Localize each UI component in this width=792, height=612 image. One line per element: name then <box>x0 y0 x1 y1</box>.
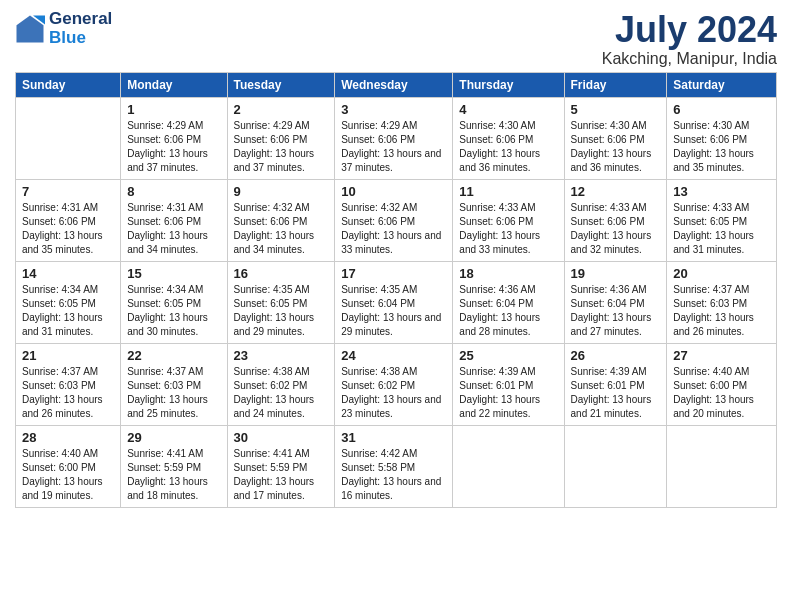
day-number: 20 <box>673 266 770 281</box>
sunrise-text: Sunrise: 4:34 AM <box>127 283 220 297</box>
daylight-text: Daylight: 13 hours and 35 minutes. <box>673 147 770 175</box>
sunset-text: Sunset: 6:05 PM <box>127 297 220 311</box>
header: General Blue July 2024 Kakching, Manipur… <box>15 10 777 68</box>
cell-content: Sunrise: 4:30 AM Sunset: 6:06 PM Dayligh… <box>673 119 770 175</box>
col-tuesday: Tuesday <box>227 72 335 97</box>
daylight-text: Daylight: 13 hours and 23 minutes. <box>341 393 446 421</box>
table-row: 10 Sunrise: 4:32 AM Sunset: 6:06 PM Dayl… <box>335 179 453 261</box>
sunset-text: Sunset: 6:02 PM <box>341 379 446 393</box>
sunset-text: Sunset: 6:03 PM <box>22 379 114 393</box>
day-number: 6 <box>673 102 770 117</box>
daylight-text: Daylight: 13 hours and 18 minutes. <box>127 475 220 503</box>
sunset-text: Sunset: 6:01 PM <box>459 379 557 393</box>
table-row: 21 Sunrise: 4:37 AM Sunset: 6:03 PM Dayl… <box>16 343 121 425</box>
table-row: 9 Sunrise: 4:32 AM Sunset: 6:06 PM Dayli… <box>227 179 335 261</box>
daylight-text: Daylight: 13 hours and 26 minutes. <box>22 393 114 421</box>
cell-content: Sunrise: 4:31 AM Sunset: 6:06 PM Dayligh… <box>22 201 114 257</box>
calendar-week-row-0: 1 Sunrise: 4:29 AM Sunset: 6:06 PM Dayli… <box>16 97 777 179</box>
sunset-text: Sunset: 6:06 PM <box>571 133 661 147</box>
table-row: 12 Sunrise: 4:33 AM Sunset: 6:06 PM Dayl… <box>564 179 667 261</box>
cell-content: Sunrise: 4:38 AM Sunset: 6:02 PM Dayligh… <box>234 365 329 421</box>
calendar-header-row: Sunday Monday Tuesday Wednesday Thursday… <box>16 72 777 97</box>
cell-content: Sunrise: 4:41 AM Sunset: 5:59 PM Dayligh… <box>127 447 220 503</box>
day-number: 12 <box>571 184 661 199</box>
calendar-week-row-4: 28 Sunrise: 4:40 AM Sunset: 6:00 PM Dayl… <box>16 425 777 507</box>
cell-content: Sunrise: 4:29 AM Sunset: 6:06 PM Dayligh… <box>341 119 446 175</box>
sunrise-text: Sunrise: 4:33 AM <box>571 201 661 215</box>
calendar-week-row-3: 21 Sunrise: 4:37 AM Sunset: 6:03 PM Dayl… <box>16 343 777 425</box>
daylight-text: Daylight: 13 hours and 33 minutes. <box>459 229 557 257</box>
sunset-text: Sunset: 6:04 PM <box>459 297 557 311</box>
daylight-text: Daylight: 13 hours and 16 minutes. <box>341 475 446 503</box>
sunrise-text: Sunrise: 4:32 AM <box>341 201 446 215</box>
sunset-text: Sunset: 6:06 PM <box>571 215 661 229</box>
daylight-text: Daylight: 13 hours and 20 minutes. <box>673 393 770 421</box>
daylight-text: Daylight: 13 hours and 37 minutes. <box>234 147 329 175</box>
table-row: 28 Sunrise: 4:40 AM Sunset: 6:00 PM Dayl… <box>16 425 121 507</box>
cell-content: Sunrise: 4:41 AM Sunset: 5:59 PM Dayligh… <box>234 447 329 503</box>
page-container: General Blue July 2024 Kakching, Manipur… <box>0 0 792 518</box>
table-row: 20 Sunrise: 4:37 AM Sunset: 6:03 PM Dayl… <box>667 261 777 343</box>
sunset-text: Sunset: 6:06 PM <box>341 215 446 229</box>
table-row: 3 Sunrise: 4:29 AM Sunset: 6:06 PM Dayli… <box>335 97 453 179</box>
daylight-text: Daylight: 13 hours and 21 minutes. <box>571 393 661 421</box>
sunrise-text: Sunrise: 4:30 AM <box>571 119 661 133</box>
cell-content: Sunrise: 4:33 AM Sunset: 6:06 PM Dayligh… <box>571 201 661 257</box>
sunrise-text: Sunrise: 4:37 AM <box>127 365 220 379</box>
table-row: 17 Sunrise: 4:35 AM Sunset: 6:04 PM Dayl… <box>335 261 453 343</box>
table-row: 24 Sunrise: 4:38 AM Sunset: 6:02 PM Dayl… <box>335 343 453 425</box>
day-number: 10 <box>341 184 446 199</box>
daylight-text: Daylight: 13 hours and 29 minutes. <box>341 311 446 339</box>
sunset-text: Sunset: 6:03 PM <box>127 379 220 393</box>
day-number: 17 <box>341 266 446 281</box>
table-row: 29 Sunrise: 4:41 AM Sunset: 5:59 PM Dayl… <box>121 425 227 507</box>
table-row: 4 Sunrise: 4:30 AM Sunset: 6:06 PM Dayli… <box>453 97 564 179</box>
cell-content: Sunrise: 4:31 AM Sunset: 6:06 PM Dayligh… <box>127 201 220 257</box>
table-row <box>564 425 667 507</box>
logo: General Blue <box>15 10 112 47</box>
sunset-text: Sunset: 6:02 PM <box>234 379 329 393</box>
cell-content: Sunrise: 4:32 AM Sunset: 6:06 PM Dayligh… <box>234 201 329 257</box>
daylight-text: Daylight: 13 hours and 35 minutes. <box>22 229 114 257</box>
day-number: 14 <box>22 266 114 281</box>
cell-content: Sunrise: 4:34 AM Sunset: 6:05 PM Dayligh… <box>127 283 220 339</box>
sunrise-text: Sunrise: 4:31 AM <box>22 201 114 215</box>
table-row: 7 Sunrise: 4:31 AM Sunset: 6:06 PM Dayli… <box>16 179 121 261</box>
sunrise-text: Sunrise: 4:29 AM <box>127 119 220 133</box>
daylight-text: Daylight: 13 hours and 19 minutes. <box>22 475 114 503</box>
sunset-text: Sunset: 6:06 PM <box>673 133 770 147</box>
cell-content: Sunrise: 4:33 AM Sunset: 6:06 PM Dayligh… <box>459 201 557 257</box>
cell-content: Sunrise: 4:40 AM Sunset: 6:00 PM Dayligh… <box>22 447 114 503</box>
day-number: 3 <box>341 102 446 117</box>
daylight-text: Daylight: 13 hours and 37 minutes. <box>341 147 446 175</box>
day-number: 30 <box>234 430 329 445</box>
sunrise-text: Sunrise: 4:33 AM <box>459 201 557 215</box>
cell-content: Sunrise: 4:35 AM Sunset: 6:05 PM Dayligh… <box>234 283 329 339</box>
calendar-week-row-1: 7 Sunrise: 4:31 AM Sunset: 6:06 PM Dayli… <box>16 179 777 261</box>
day-number: 18 <box>459 266 557 281</box>
sunrise-text: Sunrise: 4:36 AM <box>459 283 557 297</box>
table-row <box>667 425 777 507</box>
day-number: 13 <box>673 184 770 199</box>
day-number: 1 <box>127 102 220 117</box>
daylight-text: Daylight: 13 hours and 27 minutes. <box>571 311 661 339</box>
table-row: 25 Sunrise: 4:39 AM Sunset: 6:01 PM Dayl… <box>453 343 564 425</box>
table-row: 16 Sunrise: 4:35 AM Sunset: 6:05 PM Dayl… <box>227 261 335 343</box>
sunset-text: Sunset: 6:03 PM <box>673 297 770 311</box>
sunrise-text: Sunrise: 4:37 AM <box>673 283 770 297</box>
cell-content: Sunrise: 4:36 AM Sunset: 6:04 PM Dayligh… <box>571 283 661 339</box>
daylight-text: Daylight: 13 hours and 22 minutes. <box>459 393 557 421</box>
daylight-text: Daylight: 13 hours and 30 minutes. <box>127 311 220 339</box>
cell-content: Sunrise: 4:34 AM Sunset: 6:05 PM Dayligh… <box>22 283 114 339</box>
table-row: 30 Sunrise: 4:41 AM Sunset: 5:59 PM Dayl… <box>227 425 335 507</box>
daylight-text: Daylight: 13 hours and 28 minutes. <box>459 311 557 339</box>
cell-content: Sunrise: 4:30 AM Sunset: 6:06 PM Dayligh… <box>571 119 661 175</box>
cell-content: Sunrise: 4:29 AM Sunset: 6:06 PM Dayligh… <box>234 119 329 175</box>
sunset-text: Sunset: 6:05 PM <box>22 297 114 311</box>
sunset-text: Sunset: 6:00 PM <box>22 461 114 475</box>
cell-content: Sunrise: 4:39 AM Sunset: 6:01 PM Dayligh… <box>571 365 661 421</box>
table-row: 1 Sunrise: 4:29 AM Sunset: 6:06 PM Dayli… <box>121 97 227 179</box>
table-row: 31 Sunrise: 4:42 AM Sunset: 5:58 PM Dayl… <box>335 425 453 507</box>
day-number: 5 <box>571 102 661 117</box>
sunrise-text: Sunrise: 4:41 AM <box>127 447 220 461</box>
